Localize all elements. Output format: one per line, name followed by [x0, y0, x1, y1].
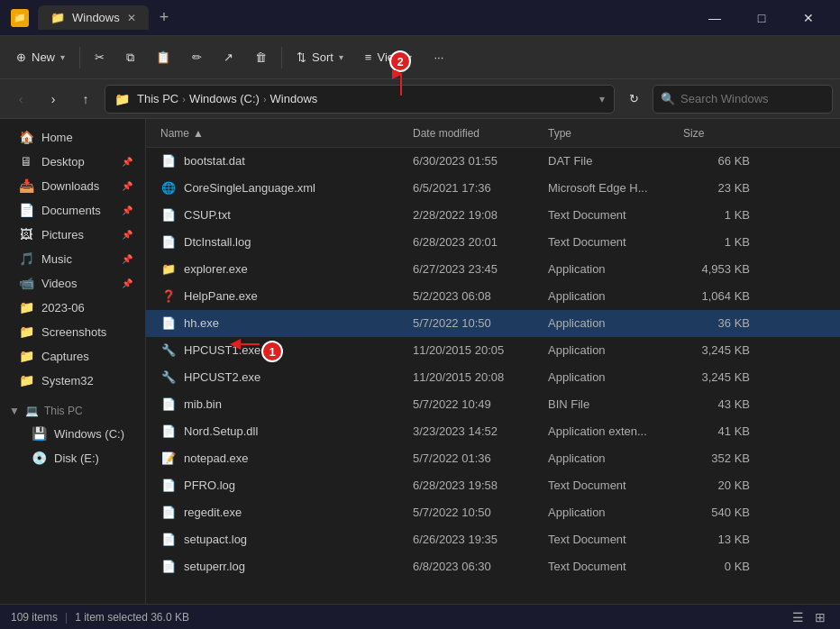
file-date: 3/23/2023 14:52	[406, 424, 541, 438]
sidebar-item-disk-e[interactable]: 💿 Disk (E:)	[4, 446, 142, 469]
pin-icon-desktop: 📌	[122, 157, 132, 167]
table-row[interactable]: 📄 hh.exe 5/7/2022 10:50 Application 36 K…	[146, 310, 840, 337]
delete-button[interactable]: 🗑	[246, 41, 276, 74]
table-row[interactable]: 🌐 CoreSingleLanguage.xml 6/5/2021 17:36 …	[146, 175, 840, 202]
file-date: 5/7/2022 01:36	[406, 451, 541, 465]
table-row[interactable]: 📄 regedit.exe 5/7/2022 10:50 Application…	[146, 499, 840, 526]
more-options-button[interactable]: ···	[425, 41, 452, 74]
sidebar-item-windows-c[interactable]: 💾 Windows (C:)	[4, 422, 142, 445]
sidebar-item-music[interactable]: 🎵 Music 📌	[4, 247, 142, 270]
view-label: View	[377, 50, 402, 64]
sidebar-item-captures[interactable]: 📁 Captures	[4, 344, 142, 368]
table-row[interactable]: 📄 bootstat.dat 6/30/2023 01:55 DAT File …	[146, 148, 840, 175]
folder-icon-system32: 📁	[18, 373, 34, 387]
tiles-view-button[interactable]: ⊞	[811, 608, 829, 626]
maximize-button[interactable]: □	[741, 5, 782, 32]
col-header-type[interactable]: Type	[541, 127, 676, 140]
thispc-arrow-icon: ▼	[9, 405, 20, 417]
file-name: regedit.exe	[184, 506, 242, 519]
file-icon: 📁	[160, 262, 177, 276]
file-type: DAT File	[541, 154, 676, 168]
table-row[interactable]: 📄 setuperr.log 6/8/2023 06:30 Text Docum…	[146, 553, 840, 580]
file-date: 6/28/2023 20:01	[406, 235, 541, 249]
sidebar-item-videos[interactable]: 📹 Videos 📌	[4, 271, 142, 295]
table-row[interactable]: 📁 explorer.exe 6/27/2023 23:45 Applicati…	[146, 256, 840, 283]
table-row[interactable]: ❓ HelpPane.exe 5/2/2023 06:08 Applicatio…	[146, 283, 840, 310]
file-type: Application	[541, 343, 676, 357]
search-input[interactable]	[680, 92, 832, 105]
pin-icon-downloads: 📌	[122, 181, 132, 191]
pictures-icon: 🖼	[18, 227, 34, 242]
sidebar-item-documents[interactable]: 📄 Documents 📌	[4, 198, 142, 222]
table-row[interactable]: 🔧 HPCUST2.exe 11/20/2015 20:08 Applicati…	[146, 364, 840, 391]
table-row[interactable]: 📄 setupact.log 6/26/2023 19:35 Text Docu…	[146, 526, 840, 553]
sidebar-item-screenshots[interactable]: 📁 Screenshots	[4, 320, 142, 343]
file-name: hh.exe	[184, 316, 219, 330]
file-name: HelpPane.exe	[184, 289, 258, 303]
share-button[interactable]: ↗	[215, 41, 242, 74]
sidebar-item-2023-06[interactable]: 📁 2023-06	[4, 296, 142, 319]
folder-icon-screenshots: 📁	[18, 324, 34, 339]
table-row[interactable]: 🔧 HPCUST1.exe 11/20/2015 20:05 Applicati…	[146, 337, 840, 364]
sidebar-item-home[interactable]: 🏠 Home	[4, 125, 142, 149]
tab-close-button[interactable]: ✕	[127, 12, 136, 24]
file-date: 2/28/2022 19:08	[406, 208, 541, 222]
file-icon: 📝	[160, 451, 177, 465]
sidebar-item-pictures[interactable]: 🖼 Pictures 📌	[4, 223, 142, 246]
new-tab-button[interactable]: +	[152, 6, 177, 29]
music-icon: 🎵	[18, 251, 34, 266]
table-row[interactable]: 📄 PFRO.log 6/28/2023 19:58 Text Document…	[146, 472, 840, 499]
thispc-section-header[interactable]: ▼ 💻 This PC	[0, 399, 145, 421]
path-arrow-2: ›	[263, 94, 267, 105]
file-icon: 🌐	[160, 181, 177, 195]
forward-button[interactable]: ›	[40, 86, 67, 113]
path-folder[interactable]: Windows	[270, 92, 318, 105]
view-button[interactable]: ≡ View ▾	[356, 41, 422, 74]
table-row[interactable]: 📄 Nord.Setup.dll 3/23/2023 14:52 Applica…	[146, 418, 840, 445]
sort-button[interactable]: ⇅ Sort ▾	[288, 41, 352, 74]
path-drive[interactable]: Windows (C:)	[189, 92, 260, 105]
path-thispc[interactable]: This PC	[137, 92, 178, 105]
details-view-button[interactable]: ☰	[789, 608, 808, 626]
file-size: 66 KB	[676, 154, 757, 168]
sidebar-item-downloads[interactable]: 📥 Downloads 📌	[4, 174, 142, 197]
sidebar-label-disk-e: Disk (E:)	[54, 451, 99, 465]
titlebar-controls: — □ ✕	[694, 5, 829, 32]
back-button[interactable]: ‹	[7, 86, 34, 113]
share-icon: ↗	[224, 50, 233, 64]
table-row[interactable]: 📄 DtcInstall.log 6/28/2023 20:01 Text Do…	[146, 229, 840, 256]
path-bar[interactable]: 📁 This PC › Windows (C:) › Windows ▾	[105, 85, 615, 114]
minimize-button[interactable]: —	[694, 5, 735, 32]
active-tab[interactable]: 📁 Windows ✕	[38, 5, 149, 30]
refresh-button[interactable]: ↻	[620, 86, 647, 113]
col-header-name[interactable]: Name ▲	[153, 127, 406, 140]
sort-name-icon: ▲	[193, 127, 204, 140]
sidebar-item-desktop[interactable]: 🖥 Desktop 📌	[4, 150, 142, 173]
file-name: notepad.exe	[184, 451, 249, 465]
file-date: 5/2/2023 06:08	[406, 289, 541, 303]
col-header-size[interactable]: Size	[676, 127, 757, 140]
paste-button[interactable]: 📋	[147, 41, 179, 74]
statusbar-separator: |	[65, 611, 68, 624]
rename-button[interactable]: ✏	[183, 41, 211, 74]
new-button[interactable]: ⊕ New ▾	[7, 41, 74, 74]
file-name: CSUP.txt	[184, 208, 231, 222]
new-label: New	[32, 50, 55, 64]
addressbar: ‹ › ↑ 📁 This PC › Windows (C:) › Windows…	[0, 79, 840, 119]
path-dropdown-button[interactable]: ▾	[599, 93, 605, 105]
toolbar-separator-2	[281, 47, 282, 68]
file-rows: 📄 bootstat.dat 6/30/2023 01:55 DAT File …	[146, 148, 840, 580]
thispc-label: This PC	[44, 405, 83, 417]
table-row[interactable]: 📄 mib.bin 5/7/2022 10:49 BIN File 43 KB	[146, 391, 840, 418]
close-button[interactable]: ✕	[788, 5, 829, 32]
table-row[interactable]: 📄 CSUP.txt 2/28/2022 19:08 Text Document…	[146, 202, 840, 229]
up-button[interactable]: ↑	[72, 86, 99, 113]
copy-button[interactable]: ⧉	[117, 41, 143, 74]
file-type: Text Document	[541, 479, 676, 492]
file-date: 6/28/2023 19:58	[406, 479, 541, 492]
copy-icon: ⧉	[126, 50, 134, 65]
col-header-date[interactable]: Date modified	[406, 127, 541, 140]
table-row[interactable]: 📝 notepad.exe 5/7/2022 01:36 Application…	[146, 445, 840, 472]
cut-button[interactable]: ✂	[86, 41, 114, 74]
sidebar-item-system32[interactable]: 📁 System32	[4, 369, 142, 392]
